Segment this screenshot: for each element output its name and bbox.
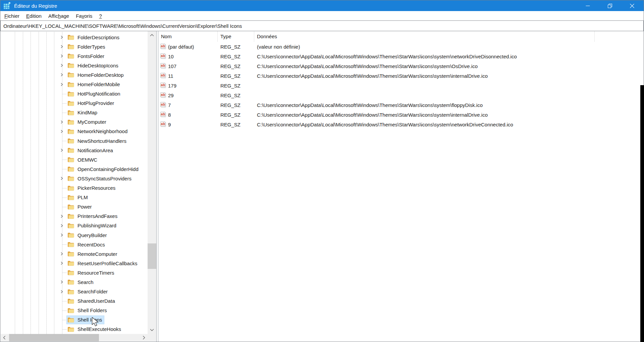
column-header-nom[interactable]: Nom bbox=[158, 31, 218, 42]
menu-item-help[interactable]: ? bbox=[96, 12, 105, 20]
registry-value-row-107[interactable]: ab107REG_SZC:\Users\connector\AppData\Lo… bbox=[158, 61, 643, 71]
chevron-right-icon[interactable] bbox=[60, 224, 63, 228]
tree-item-resetuserprofilecallbacks[interactable]: ResetUserProfileCallbacks bbox=[1, 259, 148, 268]
tree-item-homefoldermobile[interactable]: HomeFolderMobile bbox=[1, 79, 148, 89]
value-data: C:\Users\connector\AppData\Local\Microso… bbox=[254, 122, 643, 127]
value-type: REG_SZ bbox=[218, 63, 254, 69]
menu-item-favoris[interactable]: Favoris bbox=[72, 12, 96, 20]
chevron-right-icon[interactable] bbox=[60, 290, 63, 294]
minimize-button[interactable] bbox=[577, 0, 599, 11]
tree-item-resourcetimers[interactable]: ResourceTimers bbox=[1, 268, 148, 277]
folder-icon bbox=[67, 261, 74, 266]
chevron-right-icon[interactable] bbox=[60, 73, 63, 77]
tree-item-label: HotPlugProvider bbox=[77, 100, 114, 106]
chevron-right-icon[interactable] bbox=[60, 82, 63, 87]
registry-value-row-179[interactable]: ab179REG_SZ bbox=[158, 81, 643, 91]
close-button[interactable] bbox=[621, 0, 643, 11]
tree-viewport: FolderDescriptionsFolderTypesFontsFolder… bbox=[1, 31, 148, 334]
string-value-icon: ab bbox=[160, 73, 167, 79]
chevron-right-icon[interactable] bbox=[60, 120, 63, 124]
column-header-filler bbox=[595, 31, 643, 42]
chevron-right-icon[interactable] bbox=[60, 176, 63, 180]
tree-item-homefolderdesktop[interactable]: HomeFolderDesktop bbox=[1, 70, 148, 79]
tree-item-kindmap[interactable]: KindMap bbox=[1, 108, 148, 117]
chevron-right-icon[interactable] bbox=[60, 280, 63, 284]
tree-item-foldertypes[interactable]: FolderTypes bbox=[1, 42, 148, 51]
tree-item-shell-folders[interactable]: Shell Folders bbox=[1, 306, 148, 315]
tree-item-hotplugnotification[interactable]: HotPlugNotification bbox=[1, 89, 148, 99]
background-strip bbox=[640, 85, 644, 342]
menu-item-edition[interactable]: Edition bbox=[23, 12, 45, 20]
tree-item-shellexecutehooks[interactable]: ShellExecuteHooks bbox=[1, 325, 148, 334]
tree-item-search[interactable]: Search bbox=[1, 277, 148, 287]
folder-icon bbox=[67, 195, 74, 200]
chevron-right-icon[interactable] bbox=[60, 252, 63, 256]
chevron-right-icon[interactable] bbox=[60, 63, 63, 67]
tree-item-mycomputer[interactable]: MyComputer bbox=[1, 117, 148, 127]
folder-icon bbox=[67, 82, 74, 87]
tree-hscrollbar-thumb[interactable] bbox=[9, 334, 99, 341]
chevron-right-icon[interactable] bbox=[60, 261, 63, 265]
tree-item-publishingwizard[interactable]: PublishingWizard bbox=[1, 221, 148, 230]
tree-item-ossyncstatusproviders[interactable]: OSSyncStatusProviders bbox=[1, 174, 148, 183]
value-data: C:\Users\connector\AppData\Local\Microso… bbox=[254, 73, 643, 79]
tree-item-shell-icons[interactable]: Shell Icons bbox=[1, 315, 148, 325]
registry-value-row-8[interactable]: ab8REG_SZC:\Users\connector\AppData\Loca… bbox=[158, 110, 643, 120]
tree-item-searchfolder[interactable]: SearchFolder bbox=[1, 287, 148, 296]
registry-value-row-par-d-faut[interactable]: ab(par défaut)REG_SZ(valeur non définie) bbox=[158, 42, 643, 52]
chevron-right-icon[interactable] bbox=[60, 45, 63, 49]
tree-item-hidedesktopicons[interactable]: HideDesktopIcons bbox=[1, 61, 148, 70]
address-bar[interactable]: Ordinateur\HKEY_LOCAL_MACHINE\SOFTWARE\M… bbox=[0, 20, 644, 31]
tree-item-newshortcuthandlers[interactable]: NewShortcutHandlers bbox=[1, 136, 148, 146]
tree-item-printersandfaxes[interactable]: PrintersAndFaxes bbox=[1, 212, 148, 221]
tree-horizontal-scrollbar[interactable] bbox=[1, 334, 148, 341]
restore-button[interactable] bbox=[599, 0, 621, 11]
tree-item-oemwc[interactable]: OEMWC bbox=[1, 155, 148, 164]
chevron-right-icon[interactable] bbox=[60, 233, 63, 237]
folder-icon bbox=[67, 138, 74, 144]
column-header-donnees[interactable]: Données bbox=[254, 31, 595, 42]
chevron-right-icon[interactable] bbox=[60, 54, 63, 58]
registry-value-row-11[interactable]: ab11REG_SZC:\Users\connector\AppData\Loc… bbox=[158, 71, 643, 81]
tree-item-shareduserdata[interactable]: SharedUserData bbox=[1, 296, 148, 306]
menu-item-affichage[interactable]: Affichage bbox=[45, 12, 72, 20]
tree-item-remotecomputer[interactable]: RemoteComputer bbox=[1, 249, 148, 259]
folder-icon bbox=[67, 214, 74, 219]
value-type: REG_SZ bbox=[218, 112, 254, 118]
tree-item-pickerresources[interactable]: PickerResources bbox=[1, 183, 148, 193]
registry-value-row-9[interactable]: ab9REG_SZC:\Users\connector\AppData\Loca… bbox=[158, 120, 643, 129]
chevron-right-icon[interactable] bbox=[60, 129, 63, 133]
registry-value-row-7[interactable]: ab7REG_SZC:\Users\connector\AppData\Loca… bbox=[158, 100, 643, 110]
registry-value-row-29[interactable]: ab29REG_SZ bbox=[158, 91, 643, 100]
chevron-right-icon[interactable] bbox=[60, 148, 63, 152]
svg-text:ab: ab bbox=[161, 73, 165, 77]
registry-value-row-10[interactable]: ab10REG_SZC:\Users\connector\AppData\Loc… bbox=[158, 52, 643, 61]
tree-item-power[interactable]: Power bbox=[1, 202, 148, 212]
value-type: REG_SZ bbox=[218, 83, 254, 89]
tree-item-opencontainingfolderhidd[interactable]: OpenContainingFolderHidd bbox=[1, 164, 148, 174]
tree-item-querybuilder[interactable]: QueryBuilder bbox=[1, 230, 148, 240]
value-data: C:\Users\connector\AppData\Local\Microso… bbox=[254, 63, 643, 69]
scroll-down-arrow[interactable] bbox=[148, 326, 156, 334]
tree-item-recentdocs[interactable]: RecentDocs bbox=[1, 240, 148, 249]
svg-text:ab: ab bbox=[161, 121, 165, 125]
tree-item-folderdescriptions[interactable]: FolderDescriptions bbox=[1, 33, 148, 42]
chevron-right-icon[interactable] bbox=[60, 214, 63, 218]
scroll-right-arrow[interactable] bbox=[140, 334, 148, 341]
tree-item-plm[interactable]: PLM bbox=[1, 193, 148, 202]
folder-icon bbox=[67, 148, 74, 153]
tree-item-networkneighborhood[interactable]: NetworkNeighborhood bbox=[1, 127, 148, 136]
tree-item-hotplugprovider[interactable]: HotPlugProvider bbox=[1, 99, 148, 108]
chevron-right-icon[interactable] bbox=[60, 35, 63, 39]
folder-icon bbox=[67, 270, 74, 275]
scroll-left-arrow[interactable] bbox=[1, 334, 8, 341]
tree-item-notificationarea[interactable]: NotificationArea bbox=[1, 146, 148, 155]
menu-item-fichier[interactable]: Fichier bbox=[1, 12, 23, 20]
column-header-type[interactable]: Type bbox=[218, 31, 254, 42]
tree-vertical-scrollbar[interactable] bbox=[148, 31, 156, 334]
tree-item-fontsfolder[interactable]: FontsFolder bbox=[1, 51, 148, 61]
tree-item-label: HotPlugNotification bbox=[77, 91, 120, 97]
folder-icon bbox=[67, 176, 74, 181]
tree-vscrollbar-thumb[interactable] bbox=[148, 243, 156, 269]
scroll-up-arrow[interactable] bbox=[148, 31, 156, 39]
